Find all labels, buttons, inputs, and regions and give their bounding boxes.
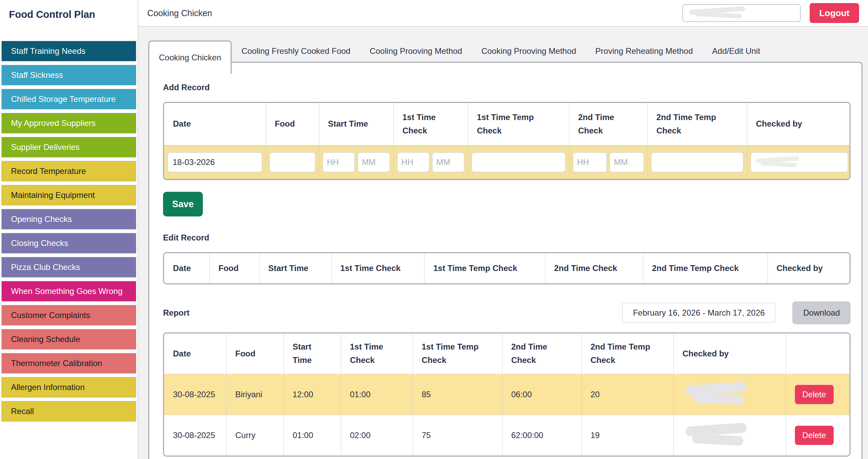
user-input[interactable] — [682, 4, 801, 22]
tab-proving-reheating-method[interactable]: Proving Reheating Method — [586, 40, 703, 62]
second-time-check-hh-input[interactable] — [573, 152, 607, 172]
app-title: Food Control Plan — [0, 5, 138, 20]
sidebar-item-record-temperature[interactable]: Record Temperature — [1, 161, 136, 181]
column-header: 1st Time Temp Check — [468, 103, 569, 145]
start-time-mm-input[interactable] — [358, 152, 390, 172]
column-header: 2nd Time Check — [569, 103, 647, 145]
cell-checked-by — [673, 415, 786, 456]
main-area: Cooking Chicken Logout Cooking ChickenCo… — [138, 0, 868, 459]
sidebar-item-customer-complaints[interactable]: Customer Complaints — [1, 305, 136, 326]
start-time-hh-input[interactable] — [323, 152, 355, 172]
checked-by-input[interactable] — [751, 152, 848, 172]
first-time-check-hh-input[interactable] — [397, 152, 429, 172]
cell-food: Curry — [226, 415, 283, 456]
sidebar: Food Control Plan Staff Training NeedsSt… — [0, 0, 138, 459]
column-header: 2nd Time Temp Check — [581, 333, 673, 374]
column-header: Start Time — [259, 253, 331, 283]
download-button[interactable]: Download — [792, 302, 850, 324]
tab-add-edit-unit[interactable]: Add/Edit Unit — [703, 40, 770, 62]
add-record-table-wrap: DateFoodStart Time1st Time Check1st Time… — [163, 102, 850, 180]
column-header: 2nd Time Temp Check — [647, 103, 747, 145]
column-header: Checked by — [747, 103, 850, 145]
column-header: 1st Time Check — [393, 103, 468, 145]
column-header: 1st Time Check — [331, 253, 424, 283]
add-record-table: DateFoodStart Time1st Time Check1st Time… — [164, 103, 850, 179]
redacted-scribble — [686, 6, 762, 20]
column-header: 1st Time Check — [341, 333, 413, 374]
report-body: 30-08-2025Biriyani12:0001:008506:0020Del… — [164, 374, 850, 456]
column-header: Food — [209, 253, 259, 283]
cell-first-time-check: 01:00 — [341, 374, 413, 415]
sidebar-nav: Staff Training NeedsStaff SicknessChille… — [0, 41, 138, 422]
save-button[interactable]: Save — [163, 192, 203, 216]
second-time-check-mm-input[interactable] — [610, 152, 644, 172]
column-header: 2nd Time Check — [545, 253, 643, 283]
edit-record-heading: Edit Record — [163, 233, 848, 243]
sidebar-item-my-approved-suppliers[interactable]: My Approved Suppliers — [1, 113, 136, 133]
table-row: 30-08-2025Biriyani12:0001:008506:0020Del… — [164, 374, 850, 415]
cell-date: 30-08-2025 — [164, 374, 226, 415]
delete-button[interactable]: Delete — [795, 385, 834, 404]
sidebar-item-maintaining-equipment[interactable]: Maintaining Equipment — [1, 185, 136, 205]
date-input[interactable] — [167, 152, 262, 172]
topbar: Cooking Chicken Logout — [138, 0, 868, 27]
cell-checked-by — [673, 374, 786, 415]
column-header: Date — [164, 253, 209, 283]
second-time-temp-check-input[interactable] — [651, 152, 743, 172]
column-header: Food — [266, 103, 319, 145]
edit-record-header-row: DateFoodStart Time1st Time Check1st Time… — [164, 253, 850, 283]
cell-second-time-check: 06:00 — [502, 374, 581, 415]
cell-first-time-check: 02:00 — [341, 415, 413, 456]
logout-button[interactable]: Logout — [810, 3, 859, 23]
cell-start-time: 01:00 — [283, 415, 341, 456]
tab-panel: Add Record DateFoodStart Time1st Time Ch… — [148, 62, 863, 459]
tab-cooking-prooving-method[interactable]: Cooking Prooving Method — [472, 40, 586, 62]
column-header: Checked by — [673, 333, 786, 374]
report-header-row: DateFoodStart Time1st Time Check1st Time… — [164, 333, 850, 374]
app-window: Food Control Plan Staff Training NeedsSt… — [0, 0, 868, 459]
sidebar-item-supplier-deliveries[interactable]: Supplier Deliveries — [1, 137, 136, 157]
column-header: Start Time — [319, 103, 393, 145]
tab-cooking-chicken[interactable]: Cooking Chicken — [148, 40, 232, 74]
edit-record-table: DateFoodStart Time1st Time Check1st Time… — [164, 253, 850, 283]
report-table: DateFoodStart Time1st Time Check1st Time… — [164, 333, 850, 456]
date-range-input[interactable] — [622, 303, 775, 323]
table-row: 30-08-2025Curry01:0002:007562:00:0019Del… — [164, 415, 850, 456]
sidebar-item-cleaning-schedule[interactable]: Cleaning Schedule — [1, 329, 136, 350]
column-header: 2nd Time Temp Check — [643, 253, 767, 283]
page-title: Cooking Chicken — [147, 8, 212, 18]
report-table-wrap: DateFoodStart Time1st Time Check1st Time… — [163, 332, 850, 457]
tab-cooling-prooving-method[interactable]: Cooling Prooving Method — [360, 40, 472, 62]
report-bar: Report Download — [163, 302, 850, 324]
sidebar-item-recall[interactable]: Recall — [1, 401, 136, 422]
add-record-header-row: DateFoodStart Time1st Time Check1st Time… — [164, 103, 850, 145]
cell-actions: Delete — [786, 374, 850, 415]
tab-cooling-freshly-cooked-food[interactable]: Cooling Freshly Cooked Food — [232, 40, 360, 62]
report-controls: Download — [622, 302, 850, 324]
sidebar-item-staff-training-needs[interactable]: Staff Training Needs — [1, 41, 136, 61]
sidebar-item-allergen-information[interactable]: Allergen Information — [1, 377, 136, 398]
sidebar-item-thermometer-calibration[interactable]: Thermometer Calibration — [1, 353, 136, 374]
food-input[interactable] — [269, 152, 315, 172]
report-heading: Report — [163, 308, 189, 318]
redacted-scribble — [754, 155, 812, 169]
first-time-temp-check-input[interactable] — [472, 152, 566, 172]
first-time-check-mm-input[interactable] — [432, 152, 464, 172]
cell-second-time-temp-check: 20 — [581, 374, 673, 415]
cell-date: 30-08-2025 — [164, 415, 226, 456]
sidebar-item-closing-checks[interactable]: Closing Checks — [1, 233, 136, 254]
sidebar-item-chilled-storage-temperature[interactable]: Chilled Storage Temperature — [1, 89, 136, 109]
delete-button[interactable]: Delete — [795, 426, 834, 445]
column-header: Start Time — [283, 333, 341, 374]
sidebar-item-pizza-club-checks[interactable]: Pizza Club Checks — [1, 257, 136, 278]
column-header: Food — [226, 333, 283, 374]
sidebar-item-opening-checks[interactable]: Opening Checks — [1, 209, 136, 230]
add-record-input-row — [164, 145, 850, 179]
column-header: 2nd Time Check — [502, 333, 581, 374]
tab-bar: Cooking ChickenCooling Freshly Cooked Fo… — [148, 40, 863, 62]
sidebar-item-when-something-goes-wrong[interactable]: When Something Goes Wrong — [1, 281, 136, 302]
content-area: Cooking ChickenCooling Freshly Cooked Fo… — [138, 27, 868, 459]
redacted-scribble — [683, 421, 765, 450]
column-header: 1st Time Temp Check — [413, 333, 502, 374]
sidebar-item-staff-sickness[interactable]: Staff Sickness — [1, 65, 136, 85]
